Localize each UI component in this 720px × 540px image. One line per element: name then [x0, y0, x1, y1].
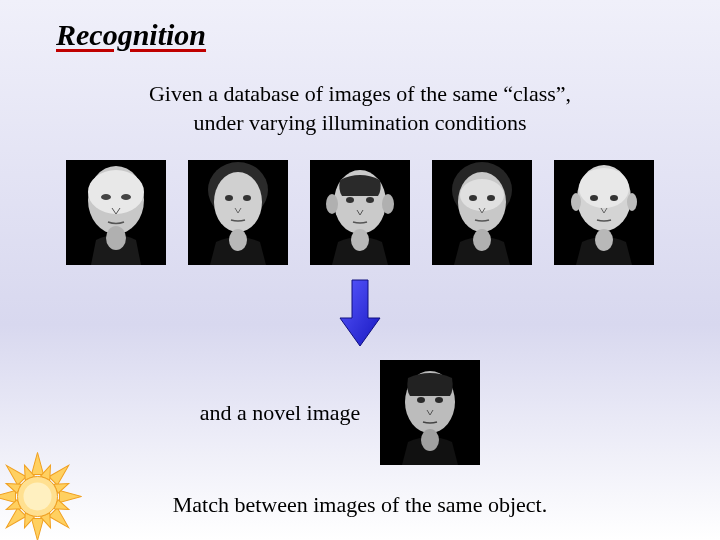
face-image-1	[66, 160, 166, 265]
svg-point-23	[469, 195, 477, 201]
svg-point-8	[214, 172, 262, 232]
svg-point-22	[460, 179, 504, 211]
svg-point-11	[229, 229, 247, 251]
svg-point-32	[627, 193, 637, 211]
novel-image-row: and a novel image	[0, 360, 720, 465]
svg-point-4	[121, 194, 131, 200]
svg-point-2	[88, 170, 144, 214]
sun-icon	[0, 449, 85, 540]
down-arrow-icon	[338, 278, 382, 352]
face-image-3	[310, 160, 410, 265]
face-image-2	[188, 160, 288, 265]
novel-face-image	[380, 360, 480, 465]
face-image-5	[554, 160, 654, 265]
subtitle-line-1: Given a database of images of the same “…	[149, 81, 571, 106]
slide-conclusion-text: Match between images of the same object.	[0, 492, 720, 518]
svg-point-30	[610, 195, 618, 201]
face-image-4	[432, 160, 532, 265]
novel-image-label: and a novel image	[200, 400, 361, 426]
svg-point-38	[421, 429, 439, 451]
svg-point-18	[351, 229, 369, 251]
svg-point-17	[382, 194, 394, 214]
svg-point-14	[346, 197, 354, 203]
svg-point-31	[571, 193, 581, 211]
svg-point-15	[366, 197, 374, 203]
svg-point-24	[487, 195, 495, 201]
subtitle-line-2: under varying illumination conditions	[193, 110, 526, 135]
svg-point-40	[24, 483, 52, 511]
svg-point-10	[243, 195, 251, 201]
svg-point-28	[579, 168, 629, 208]
svg-point-29	[590, 195, 598, 201]
slide-title: Recognition	[56, 18, 206, 52]
svg-point-37	[435, 397, 443, 403]
svg-point-33	[595, 229, 613, 251]
svg-point-3	[101, 194, 111, 200]
svg-point-9	[225, 195, 233, 201]
database-faces-row	[0, 160, 720, 265]
svg-point-36	[417, 397, 425, 403]
slide-subtitle: Given a database of images of the same “…	[0, 80, 720, 137]
svg-point-5	[106, 226, 126, 250]
svg-point-16	[326, 194, 338, 214]
svg-point-25	[473, 229, 491, 251]
